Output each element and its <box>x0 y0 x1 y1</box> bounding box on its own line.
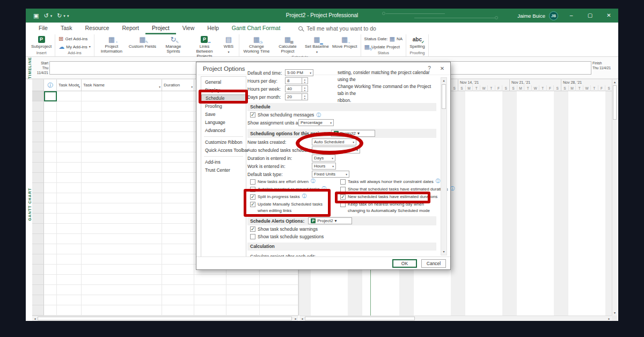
filter-dropdown-icon[interactable]: ▾ <box>159 85 160 90</box>
account-area[interactable]: Jaime Buice JB <box>517 9 558 23</box>
timescale-day-label[interactable]: T <box>575 85 583 91</box>
timescale-week-label[interactable]: Nov 14, '21 <box>458 79 509 85</box>
table-cell[interactable] <box>44 91 57 101</box>
dialog-nav-proofing[interactable]: Proofing <box>201 102 246 111</box>
table-cell[interactable] <box>162 142 194 152</box>
option-check-autolink-inserted-or-moved-tasks[interactable]: Autolink inserted or moved tasksⓘ <box>250 186 332 193</box>
checkbox-unchecked[interactable] <box>340 202 346 207</box>
table-cell[interactable] <box>57 112 82 122</box>
tab-resource[interactable]: Resource <box>79 23 116 34</box>
tab-gantt-chart-format[interactable]: Gantt Chart Format <box>225 23 287 34</box>
checkbox-unchecked[interactable] <box>250 234 255 239</box>
table-cell[interactable] <box>82 142 162 152</box>
cancel-button[interactable]: Cancel <box>421 259 446 268</box>
scroll-right-icon[interactable]: ▸ <box>293 316 298 321</box>
table-cell[interactable] <box>194 275 226 285</box>
gantt-vertical-scrollbar[interactable]: ▴ ▾ <box>612 79 617 316</box>
table-horizontal-scrollbar[interactable]: ◂ ▸ <box>32 316 298 321</box>
ribbon-button-links-between-projects[interactable]: P∞Links Between Projects <box>189 35 219 58</box>
tab-file[interactable]: File <box>32 23 54 34</box>
dialog-scroll-thumb[interactable] <box>442 84 446 109</box>
table-cell[interactable] <box>44 295 57 305</box>
table-hscroll-thumb[interactable] <box>38 317 292 320</box>
table-cell[interactable] <box>44 142 57 152</box>
ribbon-button-calculate-project[interactable]: ▦▦Calculate Project <box>273 35 303 55</box>
table-cell[interactable] <box>44 122 57 132</box>
save-icon[interactable]: ▣ <box>33 13 39 19</box>
table-cell[interactable] <box>162 265 194 275</box>
filter-dropdown-icon[interactable]: ▾ <box>78 85 80 90</box>
minimize-button[interactable]: – <box>562 9 581 23</box>
scroll-left-icon[interactable]: ◂ <box>32 316 38 321</box>
dropdown-auto-scheduled-tasks-scheduled-on[interactable]: ▾ <box>312 146 360 153</box>
table-cell[interactable] <box>32 183 44 193</box>
table-cell[interactable] <box>32 214 44 224</box>
table-cell[interactable] <box>82 305 162 316</box>
option-check-show-scheduling-messages[interactable]: Show scheduling messagesⓘ <box>247 111 436 119</box>
table-cell[interactable] <box>82 234 162 244</box>
dialog-nav-trust-center[interactable]: Trust Center <box>201 166 246 174</box>
spinner-arrows-icon[interactable]: ▴▾ <box>302 93 308 100</box>
timescale-day-label[interactable]: T <box>590 85 598 91</box>
table-cell[interactable] <box>44 132 57 142</box>
ok-button[interactable]: OK <box>392 259 417 268</box>
timescale-day-label[interactable]: S <box>553 85 561 91</box>
ribbon-button-my-add-ins[interactable]: ☁My Add-ins▾ <box>57 44 92 50</box>
table-cell[interactable] <box>44 203 57 214</box>
ribbon-button-project-information[interactable]: ▦◔Project Information <box>97 35 127 58</box>
option-check-keep-task-on-nearest-working-day-when-changing-to-automatically-scheduled-mode[interactable]: Keep task on nearest working day when ch… <box>340 201 436 214</box>
table-cell[interactable] <box>260 295 298 305</box>
table-cell[interactable] <box>162 275 194 285</box>
tell-me-search[interactable]: Tell me what you want to do <box>298 25 376 32</box>
table-cell[interactable] <box>82 224 162 234</box>
timescale-day-label[interactable]: M <box>465 85 473 91</box>
table-cell[interactable] <box>57 163 82 173</box>
dialog-nav-quick-access-toolbar[interactable]: Quick Access Toolbar <box>201 146 246 155</box>
timescale-day-label[interactable]: W <box>480 85 487 91</box>
timescale-day-label[interactable]: W <box>583 85 590 91</box>
option-check-tasks-will-always-honor-their-constraint-dates[interactable]: Tasks will always honor their constraint… <box>340 178 440 185</box>
option-check-new-tasks-are-effort-driven[interactable]: New tasks are effort drivenⓘ <box>250 178 332 185</box>
restore-button[interactable]: ▢ <box>581 9 599 23</box>
table-cell[interactable] <box>32 285 44 295</box>
table-cell[interactable] <box>57 193 82 203</box>
table-cell[interactable] <box>57 101 82 112</box>
dropdown-new-tasks-created[interactable]: Auto Scheduled▾ <box>312 138 356 145</box>
table-cell[interactable] <box>162 305 194 316</box>
table-cell[interactable] <box>32 265 44 275</box>
table-cell[interactable] <box>32 244 44 254</box>
dialog-nav-save[interactable]: Save <box>201 111 246 119</box>
table-cell[interactable] <box>57 91 82 101</box>
table-cell[interactable] <box>32 152 44 163</box>
gantt-hscroll-thumb[interactable] <box>305 317 415 320</box>
timescale-day-label[interactable]: F <box>546 85 554 91</box>
option-check-update-manually-scheduled-tasks-when-editing-links[interactable]: Update Manually Scheduled tasks when edi… <box>250 201 332 214</box>
dropdown-work-is-entered-in[interactable]: Hours▾ <box>312 163 336 170</box>
checkbox-checked[interactable] <box>250 226 255 232</box>
scroll-right-icon[interactable]: ▸ <box>606 316 612 321</box>
checkbox-unchecked[interactable] <box>250 187 255 192</box>
column-header-task-name[interactable]: Task Name▾ <box>82 79 162 91</box>
table-cell[interactable] <box>57 183 82 193</box>
timescale-day-label[interactable]: M <box>568 85 576 91</box>
ribbon-button-status-date-na[interactable]: Status Date:▦NA <box>363 36 404 42</box>
timescale-day-label[interactable]: S <box>605 85 612 91</box>
table-cell[interactable] <box>57 142 82 152</box>
table-cell[interactable] <box>57 132 82 142</box>
ribbon-button-subproject[interactable]: PSubproject <box>30 35 53 50</box>
option-check-show-that-scheduled-tasks-have-estimated-durations[interactable]: Show that scheduled tasks have estimated… <box>340 186 455 193</box>
table-cell[interactable] <box>32 275 44 285</box>
table-cell[interactable] <box>32 224 44 234</box>
timescale-day-label[interactable]: T <box>472 85 480 91</box>
dialog-nav-display[interactable]: Display <box>201 86 246 94</box>
spinner-days-per-month[interactable]: 20 <box>285 93 302 100</box>
dropdown-duration-is-entered-in[interactable]: Days▾ <box>312 155 335 162</box>
ribbon-button-custom-fields[interactable]: ▦✎Custom Fields <box>128 35 157 58</box>
dialog-nav-language[interactable]: Language <box>201 119 246 127</box>
table-cell[interactable] <box>260 305 298 316</box>
ribbon-button-get-add-ins[interactable]: ⊞Get Add-ins <box>57 36 89 42</box>
table-cell[interactable] <box>194 305 226 316</box>
ribbon-button-update-project[interactable]: ▦↻Update Project <box>363 44 401 50</box>
close-button[interactable]: ✕ <box>599 9 618 23</box>
table-cell[interactable] <box>162 112 194 122</box>
